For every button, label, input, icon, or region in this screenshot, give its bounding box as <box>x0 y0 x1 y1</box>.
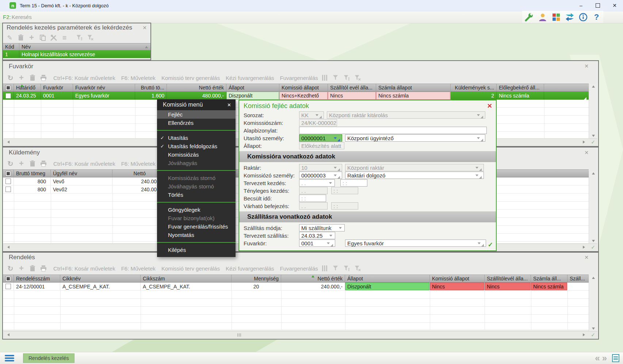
add-icon[interactable]: + <box>28 34 35 42</box>
column-header[interactable]: Száll... <box>567 275 589 282</box>
close-icon[interactable]: ✕ <box>487 102 492 110</box>
vertical-scrollbar[interactable] <box>589 171 597 244</box>
raktar-code-combo[interactable]: 10 <box>299 164 342 171</box>
next-page-icon[interactable]: » <box>602 355 607 362</box>
search-label[interactable]: Keresés <box>12 14 32 20</box>
scroll-right-icon[interactable] <box>583 246 585 249</box>
filter-icon[interactable] <box>332 74 340 82</box>
scroll-up-icon[interactable] <box>592 277 595 279</box>
column-header[interactable]: Nettó érték <box>281 275 345 282</box>
horizontal-scrollbar[interactable]: ✓ <box>4 331 597 338</box>
copy-icon[interactable] <box>39 34 46 42</box>
resize-grip-icon[interactable] <box>584 97 586 100</box>
column-header[interactable]: Határidő <box>14 84 41 91</box>
scroll-down-icon[interactable] <box>592 135 595 137</box>
info-icon[interactable] <box>576 11 590 23</box>
utasito-code-combo[interactable]: 00000001 <box>299 134 342 142</box>
utasito-name-combo[interactable]: Központi ügyintéző <box>345 134 485 142</box>
refresh-icon[interactable]: ↻ <box>7 265 14 272</box>
toolbar-button-muveletek[interactable]: F6: Műveletek <box>121 265 156 272</box>
menu-icon[interactable] <box>5 355 14 361</box>
column-header[interactable]: Küldemények s... <box>451 84 497 91</box>
toolbar-button-kosar[interactable]: Ctrl+F6: Kosár műveletek <box>53 75 115 81</box>
column-header[interactable]: Komissió állapot <box>279 84 328 91</box>
close-icon[interactable]: ✕ <box>584 63 589 69</box>
tab-rendeles-kezeles[interactable]: Rendelés kezelés <box>23 353 74 363</box>
column-header[interactable]: Szállítólevél álla... <box>485 275 531 282</box>
scroll-right-icon[interactable] <box>583 141 585 143</box>
select-all-checkbox[interactable] <box>3 275 14 282</box>
pause-icon[interactable] <box>321 265 329 272</box>
close-icon[interactable]: ✕ <box>227 102 231 108</box>
column-header[interactable]: Számla áll... <box>531 275 567 282</box>
edit-icon[interactable]: ✎ <box>6 34 14 42</box>
column-header-kod[interactable]: Kód <box>3 43 19 50</box>
row-checkbox[interactable] <box>3 185 14 194</box>
szallitas-modja-combo[interactable]: Mi szállítunk <box>299 224 345 231</box>
confirm-icon[interactable]: ✓ <box>488 241 493 249</box>
maximize-button[interactable] <box>589 0 606 11</box>
column-header[interactable]: Fuvarkör <box>41 84 73 91</box>
column-header[interactable]: Ügyfél név <box>51 170 112 177</box>
row-checkbox[interactable] <box>3 177 14 185</box>
raktar-name-combo[interactable]: Központi raktár <box>345 164 484 171</box>
filter-clear-icon[interactable] <box>354 74 362 82</box>
scrollbar-grip[interactable] <box>237 333 241 337</box>
menu-item-utasitas-feldolgozas[interactable]: Utasítás feldolgozás <box>157 142 236 150</box>
menu-item-nyomtatas[interactable]: Nyomtatás <box>157 231 236 239</box>
menu-item-komissiozas[interactable]: Komissiózás <box>157 150 236 159</box>
menu-item-kilepes[interactable]: Kilépés <box>157 246 236 254</box>
becsult-ido-input[interactable]: : : <box>299 195 326 202</box>
confirm-icon[interactable]: ✓ <box>589 244 597 250</box>
toolbar-button-kezi-fuvar[interactable]: Kézi fuvargenerálás <box>226 75 274 81</box>
fuvarkor-name-combo[interactable]: Egyes fuvarkör <box>345 240 486 247</box>
toolbar-button-fuvargen[interactable]: Fuvargenerálás <box>280 265 318 272</box>
add-icon[interactable]: + <box>18 265 25 272</box>
filter-lines-icon[interactable] <box>343 74 351 82</box>
terv-kezdes-date-combo[interactable]: . . <box>299 179 335 187</box>
filter-icon[interactable] <box>332 265 340 272</box>
minimize-button[interactable]: – <box>573 0 589 11</box>
filter-clear-icon[interactable] <box>86 34 94 42</box>
delete-icon[interactable] <box>28 265 36 272</box>
column-header[interactable]: Előlegbekérő áll... <box>497 84 544 91</box>
add-icon[interactable]: + <box>18 74 25 82</box>
komissiozo-name-combo[interactable]: Raktári dolgozó <box>345 172 484 179</box>
menu-item-ellenorzes[interactable]: Ellenőrzés <box>157 119 236 127</box>
confirm-icon[interactable]: ✓ <box>589 332 597 338</box>
sorozat-name-combo[interactable]: Központi raktár kitárolás <box>327 111 485 119</box>
toolbar-button-muveletek[interactable]: F6: Műveletek <box>121 75 156 81</box>
komissiozo-code-combo[interactable]: 00000003 <box>299 172 342 179</box>
column-header[interactable]: Rendelésszám <box>14 275 60 282</box>
settings-wrench-icon[interactable] <box>522 11 536 23</box>
menu-icon[interactable]: ≡ <box>61 34 68 42</box>
column-header[interactable]: Bruttó tömeg <box>14 170 51 177</box>
scroll-down-icon[interactable] <box>592 240 595 242</box>
table-row[interactable]: 24-12/00001 A_CSEMPE_A_KAT. A_CSEMPE_A_K… <box>3 283 589 291</box>
add-icon[interactable]: + <box>18 160 25 168</box>
toolbar-button-fuvargen[interactable]: Fuvargenerálás <box>280 75 318 81</box>
toolbar-button-komissio-terv[interactable]: Komissió terv generálás <box>161 75 220 81</box>
row-checkbox[interactable] <box>3 283 14 291</box>
column-header[interactable]: Komissió állapot <box>430 275 485 282</box>
fuvarkor-code-combo[interactable]: 0001 <box>299 240 335 247</box>
delete-icon[interactable] <box>28 160 36 168</box>
column-header[interactable]: Szállítól evél álla... <box>328 84 376 91</box>
scroll-right-icon[interactable] <box>583 333 585 336</box>
row-checkbox[interactable] <box>3 92 14 100</box>
column-header-nev[interactable]: Név <box>19 43 150 50</box>
column-header[interactable]: Cikknév <box>60 275 141 282</box>
help-icon[interactable]: ? <box>590 11 603 23</box>
terv-kezdes-time-input[interactable]: : : <box>340 179 367 187</box>
scroll-left-icon[interactable] <box>7 333 9 336</box>
apps-grid-icon[interactable] <box>549 11 563 23</box>
column-header[interactable]: Fuvarkör név <box>73 84 135 91</box>
scroll-down-icon[interactable] <box>592 327 595 330</box>
delete-icon[interactable] <box>28 74 36 82</box>
sorozat-code-combo[interactable]: KK <box>299 111 324 119</box>
document-list-icon[interactable] <box>612 354 619 362</box>
column-header[interactable]: Állapot <box>226 84 279 91</box>
vertical-scrollbar[interactable] <box>589 84 597 138</box>
toolbar-button-kosar[interactable]: Ctrl+F6: Kosár műveletek <box>53 265 115 272</box>
alapbizonylat-input[interactable] <box>299 127 487 134</box>
